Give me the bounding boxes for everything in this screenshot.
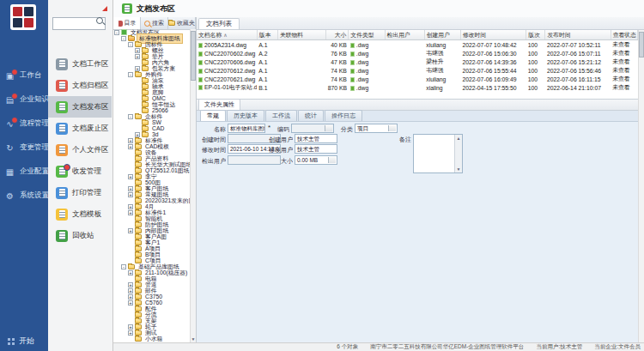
cell-modified: 2022-07-06 16:09:49 xyxy=(460,75,526,83)
scrollbar-thumb[interactable] xyxy=(191,31,196,81)
category-field[interactable]: 项目 xyxy=(355,124,398,133)
cell-type: .dwg xyxy=(349,75,385,83)
size-browse-button[interactable] xyxy=(328,157,336,163)
tab-catalog[interactable]: 目录 xyxy=(113,17,141,29)
scroll-up-icon[interactable]: ▲ xyxy=(455,136,462,141)
collapse-icon[interactable]: - xyxy=(128,42,133,47)
nav-item-变更管理[interactable]: ↻变更管理 xyxy=(0,136,48,160)
note-scrollbar[interactable]: ▲ ▼ xyxy=(454,135,462,172)
size-field[interactable]: 0.00 MB xyxy=(295,155,337,165)
expand-icon[interactable]: + xyxy=(135,54,140,59)
scroll-down-icon[interactable]: ▼ xyxy=(191,336,196,342)
nav-item-企业知识库[interactable]: ▤企业知识库 xyxy=(0,88,48,112)
expand-icon[interactable]: + xyxy=(128,186,133,191)
column-header-modified[interactable]: 修改时间 xyxy=(460,30,526,40)
nav-item-企业配置[interactable]: ▦企业配置 xyxy=(0,160,48,184)
code-field[interactable] xyxy=(291,124,334,133)
column-header-revision[interactable]: 版次 xyxy=(526,30,545,40)
expand-icon[interactable]: + xyxy=(128,282,133,287)
module-item-收发管理[interactable]: 收发管理 xyxy=(48,160,112,182)
expand-icon[interactable]: + xyxy=(128,138,133,143)
cell-creator: 韦继强 xyxy=(424,49,460,57)
column-header-material[interactable]: 关联物料 xyxy=(277,30,325,40)
expand-icon[interactable]: + xyxy=(128,144,133,149)
code-browse-button[interactable] xyxy=(325,125,332,131)
expand-icon[interactable]: + xyxy=(128,288,133,294)
tree-node[interactable]: +部件 xyxy=(113,287,190,294)
table-row[interactable]: CNC22070612.dwgA.174 KB.dwg韦继强2022-07-06… xyxy=(197,66,638,75)
module-item-文档发布区[interactable]: 文档发布区 xyxy=(48,96,112,118)
tree-node[interactable]: CAD xyxy=(113,125,190,131)
expand-icon[interactable]: + xyxy=(128,204,133,209)
expand-icon[interactable]: + xyxy=(128,174,133,179)
current-org: 当前企业:文件会员 xyxy=(594,343,641,351)
table-row[interactable]: CNC22070621.dwgA.174 KB.dwgxiuliang2022-… xyxy=(197,75,638,83)
expand-icon[interactable]: + xyxy=(128,330,133,336)
expand-icon[interactable]: + xyxy=(128,270,133,275)
module-item-打印管理[interactable]: 打印管理 xyxy=(48,182,112,203)
expand-icon[interactable]: + xyxy=(128,192,133,197)
tree-node[interactable]: -企标件 xyxy=(113,113,190,119)
expand-icon[interactable]: + xyxy=(128,300,133,306)
module-item-文档模板[interactable]: 文档模板 xyxy=(48,203,112,225)
category-browse-button[interactable] xyxy=(388,125,396,131)
module-item-回收站[interactable]: 回收站 xyxy=(48,225,112,246)
tab-folder-properties[interactable]: 文件夹属性 xyxy=(198,99,240,110)
nav-item-系统设置[interactable]: ⚙系统设置 xyxy=(0,184,48,208)
sub-tab-统计[interactable]: 统计 xyxy=(298,110,324,121)
main-scrollbar[interactable] xyxy=(638,30,644,342)
scrollbar-thumb[interactable] xyxy=(639,32,644,57)
tab-file-list[interactable]: 文档列表 xyxy=(198,18,240,29)
nav-item-工作台[interactable]: ▣工作台 xyxy=(0,64,48,88)
sub-tab-操作日志[interactable]: 操作日志 xyxy=(325,110,362,121)
collapse-icon[interactable]: - xyxy=(121,264,126,269)
module-item-label: 个人文件区 xyxy=(72,145,109,155)
module-item-文档废止区[interactable]: 文档废止区 xyxy=(48,118,112,139)
tree-node-label: C3750 xyxy=(143,294,164,300)
tree-node[interactable]: 小水箱 xyxy=(113,336,190,342)
nav-item-流程管理[interactable]: ∿流程管理 xyxy=(0,112,48,136)
module-item-文档归档区[interactable]: 文档归档区 xyxy=(48,75,112,96)
table-row[interactable]: CNC22070606.dwgA.147 KB.dwg梁桂升2022-07-06… xyxy=(197,57,638,66)
created-user-field[interactable]: 技术主管 xyxy=(295,134,337,143)
scroll-down-icon[interactable]: ▼ xyxy=(455,166,462,172)
sub-tab-历史版本[interactable]: 历史版本 xyxy=(227,110,264,121)
expand-icon[interactable]: + xyxy=(128,324,133,330)
column-header-name[interactable]: 文档名称∧ xyxy=(197,30,257,40)
column-header-type[interactable]: 文件类型 xyxy=(349,30,385,40)
module-item-文档工作区[interactable]: 文档工作区 xyxy=(48,53,112,75)
tab-favorites[interactable]: 收藏夹 xyxy=(168,17,196,29)
expand-icon[interactable]: + xyxy=(128,210,133,215)
column-header-status[interactable]: 查看状态 xyxy=(611,30,637,40)
module-item-个人文件区[interactable]: 个人文件区 xyxy=(48,139,112,160)
tree-node[interactable]: 恒丰恒达 xyxy=(113,101,190,107)
collapse-icon[interactable]: - xyxy=(128,72,133,77)
table-row[interactable]: EP-01-01电子泵站.dwgB.1870 KB.dwgxialing2022… xyxy=(197,83,638,92)
collapse-icon[interactable]: - xyxy=(114,30,119,35)
column-header-version[interactable]: 版本 xyxy=(257,30,277,40)
collapse-icon[interactable]: - xyxy=(121,36,126,41)
expand-icon[interactable]: + xyxy=(128,228,133,233)
column-header-creator[interactable]: 创建用户 xyxy=(424,30,460,40)
start-button[interactable]: 开始 xyxy=(8,336,34,347)
sub-tab-常规[interactable]: 常规 xyxy=(200,110,226,121)
expand-icon[interactable]: + xyxy=(128,294,133,300)
name-field[interactable]: 标准物料库图纸 xyxy=(228,124,265,133)
tree-scrollbar[interactable]: ▼ xyxy=(190,29,196,342)
cell-version: A.1 xyxy=(257,75,277,83)
note-textarea[interactable]: ▲ ▼ xyxy=(413,134,463,173)
column-header-published[interactable]: 发布时间 xyxy=(545,30,611,40)
search-button[interactable] xyxy=(94,15,104,25)
collapse-icon[interactable]: - xyxy=(128,114,133,119)
tree-node[interactable]: 底脚 xyxy=(113,89,190,95)
tab-search[interactable]: 搜索 xyxy=(141,17,168,29)
column-header-size[interactable]: 大小 xyxy=(326,30,349,40)
tree-node[interactable]: +C3750 xyxy=(113,294,190,300)
table-row[interactable]: CNC22070602.dwgA.276 KB.dwg韦继强2022-07-06… xyxy=(197,49,638,57)
table-row[interactable]: 2005A2314.dwgA.140 KB.dwgxiuliang2022-07… xyxy=(197,40,638,50)
tree-node[interactable]: SW xyxy=(113,119,190,125)
expand-icon[interactable]: + xyxy=(135,48,140,53)
sub-tab-工作流[interactable]: 工作流 xyxy=(265,110,297,121)
column-header-checkout[interactable]: 检出用户 xyxy=(385,30,424,40)
modified-user-field[interactable]: 技术主管 xyxy=(295,144,337,154)
